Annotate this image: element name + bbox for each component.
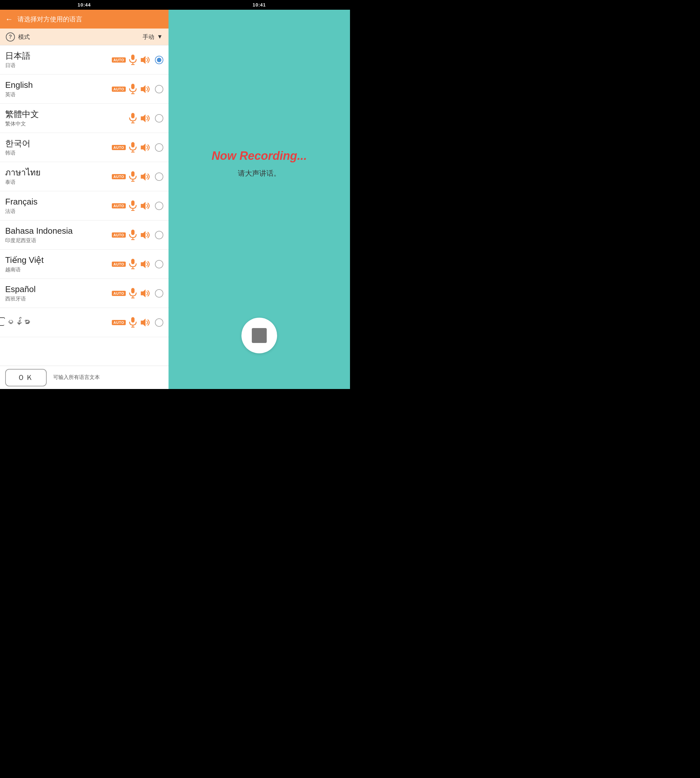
svg-marker-23 (141, 202, 145, 209)
lang-name: English (5, 80, 112, 91)
mic-icon[interactable] (128, 112, 138, 124)
mode-value: 手动 (143, 33, 154, 41)
ok-hint: 可输入所有语言文本 (53, 374, 100, 381)
mic-icon[interactable] (128, 171, 138, 182)
svg-rect-0 (131, 55, 135, 60)
lang-item[interactable]: ภาษาไทย泰语AUTO (0, 162, 168, 191)
recording-content: Now Recording... 请大声讲话。 (212, 10, 307, 318)
radio-button[interactable] (155, 56, 163, 64)
header-title: 请选择对方使用的语言 (18, 15, 82, 24)
auto-badge: AUTO (112, 174, 126, 179)
radio-button[interactable] (155, 318, 163, 327)
lang-controls: AUTO (112, 258, 163, 270)
lang-controls: AUTO (112, 200, 163, 212)
lang-sub: 韩语 (5, 150, 112, 157)
svg-rect-24 (131, 229, 135, 235)
auto-badge: AUTO (112, 203, 126, 209)
svg-rect-16 (131, 171, 135, 177)
lang-controls: AUTO (112, 142, 163, 154)
lang-controls: AUTO (112, 317, 163, 328)
mode-label: 模式 (18, 33, 30, 41)
lang-sub: 英语 (5, 92, 112, 98)
speaker-icon[interactable] (140, 259, 151, 269)
auto-badge: AUTO (112, 232, 126, 238)
lang-item[interactable]: 日本語日语AUTO (0, 45, 168, 75)
svg-marker-3 (141, 56, 145, 63)
lang-item[interactable]: 한국어韩语AUTO (0, 133, 168, 162)
stop-button[interactable] (242, 318, 277, 353)
header: ← 请选择对方使用的语言 (0, 10, 168, 28)
auto-badge: AUTO (112, 291, 126, 296)
lang-text: မြန်မာ (5, 317, 112, 328)
right-panel: 10:41 Now Recording... 请大声讲话。 (168, 0, 350, 389)
mode-right[interactable]: 手动 ▼ (143, 33, 163, 41)
lang-controls (128, 112, 163, 124)
speaker-icon[interactable] (140, 230, 151, 240)
lang-controls: AUTO (112, 229, 163, 241)
radio-button[interactable] (155, 143, 163, 152)
mic-icon[interactable] (128, 83, 138, 95)
lang-name: 한국어 (5, 138, 112, 149)
speaker-icon[interactable] (140, 289, 151, 298)
svg-marker-11 (141, 114, 145, 122)
lang-text: Français法语 (5, 197, 112, 215)
lang-sub: 西班牙语 (5, 296, 112, 302)
svg-marker-35 (141, 289, 145, 297)
svg-rect-12 (131, 142, 135, 147)
status-bar-right: 10:41 (168, 0, 350, 10)
lang-item[interactable]: မြန်မာAUTO (0, 308, 168, 337)
help-icon[interactable]: ? (6, 32, 15, 42)
left-panel: 10:44 ← 请选择对方使用的语言 ? 模式 手动 ▼ 日本語日语AUTO E… (0, 0, 168, 389)
speaker-icon[interactable] (140, 143, 151, 152)
lang-item[interactable]: Français法语AUTO (0, 191, 168, 220)
speaker-icon[interactable] (140, 172, 151, 182)
lang-sub: 法语 (5, 208, 112, 215)
radio-button[interactable] (155, 85, 163, 93)
svg-marker-39 (141, 318, 145, 326)
mic-icon[interactable] (128, 317, 138, 328)
mic-icon[interactable] (128, 229, 138, 241)
mic-icon[interactable] (128, 258, 138, 270)
mic-icon[interactable] (128, 287, 138, 299)
speaker-icon[interactable] (140, 318, 151, 327)
lang-sub: 越南语 (5, 267, 112, 273)
speaker-icon[interactable] (140, 55, 151, 65)
lang-name: Tiếng Việt (5, 255, 112, 266)
radio-button[interactable] (155, 172, 163, 181)
lang-controls: AUTO (112, 83, 163, 95)
lang-controls: AUTO (112, 171, 163, 182)
lang-text: 한국어韩语 (5, 138, 112, 157)
lang-text: Español西班牙语 (5, 284, 112, 302)
right-time: 10:41 (253, 2, 266, 7)
lang-item[interactable]: 繁體中文繁体中文 (0, 104, 168, 133)
lang-item[interactable]: English英语AUTO (0, 75, 168, 104)
radio-button[interactable] (155, 260, 163, 269)
lang-item[interactable]: Bahasa Indonesia印度尼西亚语AUTO (0, 220, 168, 250)
lang-controls: AUTO (112, 54, 163, 66)
mic-icon[interactable] (128, 200, 138, 212)
lang-name: 繁體中文 (5, 109, 128, 120)
svg-marker-19 (141, 172, 145, 180)
svg-rect-36 (131, 317, 135, 322)
lang-text: ภาษาไทย泰语 (5, 167, 112, 186)
mode-left: ? 模式 (6, 32, 30, 42)
lang-item[interactable]: Tiếng Việt越南语AUTO (0, 250, 168, 279)
speaker-icon[interactable] (140, 201, 151, 211)
speaker-icon[interactable] (140, 114, 151, 123)
mic-icon[interactable] (128, 54, 138, 66)
back-button[interactable]: ← (5, 15, 13, 24)
lang-text: 繁體中文繁体中文 (5, 109, 128, 127)
lang-item[interactable]: Español西班牙语AUTO (0, 279, 168, 308)
svg-marker-7 (141, 85, 145, 93)
auto-badge: AUTO (112, 262, 126, 267)
recording-area: Now Recording... 请大声讲话。 (212, 10, 307, 318)
radio-button[interactable] (155, 231, 163, 239)
radio-button[interactable] (155, 202, 163, 210)
radio-button[interactable] (155, 114, 163, 122)
speaker-icon[interactable] (140, 84, 151, 94)
lang-sub: 繁体中文 (5, 120, 128, 127)
mic-icon[interactable] (128, 142, 138, 154)
ok-button[interactable]: ＯＫ (5, 369, 47, 386)
radio-button[interactable] (155, 289, 163, 297)
stop-icon (252, 328, 267, 343)
